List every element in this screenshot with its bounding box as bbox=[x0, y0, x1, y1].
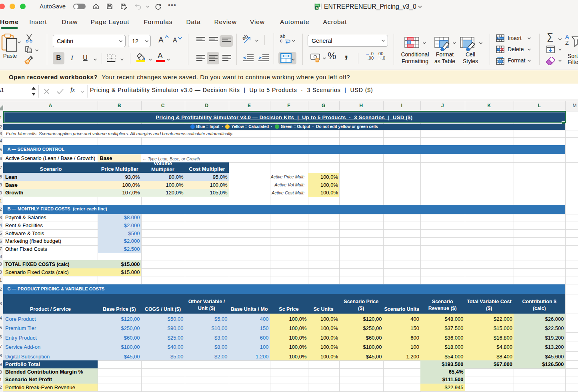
svg-text:x: x bbox=[316, 6, 318, 10]
